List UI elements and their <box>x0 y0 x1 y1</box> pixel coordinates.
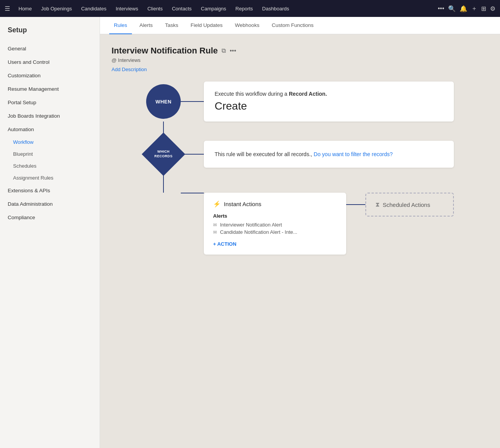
tab-tasks[interactable]: Tasks <box>160 17 183 34</box>
sidebar-item-portal-setup[interactable]: Portal Setup <box>0 96 100 109</box>
main-content: Rules Alerts Tasks Field Updates Webhook… <box>100 17 500 448</box>
instant-connector-h <box>181 193 204 193</box>
sidebar-title: Setup <box>0 26 100 42</box>
add-description-link[interactable]: Add Description <box>112 67 147 72</box>
apps-icon[interactable]: ⊞ <box>481 5 486 12</box>
tab-bar: Rules Alerts Tasks Field Updates Webhook… <box>100 17 500 34</box>
copy-icon[interactable]: ⧉ <box>222 47 226 54</box>
when-row: WHEN Execute this workflow during a Reco… <box>146 82 454 122</box>
email-icon-2: ✉ <box>213 230 217 235</box>
instant-actions-label: Instant Actions <box>224 201 262 207</box>
sidebar-item-general[interactable]: General <box>0 42 100 55</box>
sidebar-item-assignment-rules[interactable]: Assignment Rules <box>0 172 100 184</box>
alerts-label: Alerts <box>213 213 337 219</box>
alerts-section: Alerts ✉ Interviewer Notification Alert … <box>213 213 337 236</box>
sidebar-item-automation[interactable]: Automation <box>0 123 100 136</box>
tab-alerts[interactable]: Alerts <box>135 17 158 34</box>
notification-icon[interactable]: 🔔 <box>460 5 467 12</box>
add-icon[interactable]: ＋ <box>471 5 477 13</box>
sidebar-item-extensions-apis[interactable]: Extensions & APIs <box>0 184 100 197</box>
workflow-diagram: WHEN Execute this workflow during a Reco… <box>112 82 488 255</box>
sidebar-item-customization[interactable]: Customization <box>0 69 100 82</box>
tab-field-updates[interactable]: Field Updates <box>186 17 227 34</box>
v-connector-2 <box>146 172 454 193</box>
menu-icon[interactable]: ☰ <box>5 5 10 12</box>
alert-1-label[interactable]: Interviewer Notification Alert <box>220 222 282 228</box>
nav-candidates[interactable]: Candidates <box>77 3 110 14</box>
actions-row: ⚡ Instant Actions Alerts ✉ Interviewer N… <box>146 193 454 255</box>
nav-clients[interactable]: Clients <box>143 3 167 14</box>
which-card: This rule will be executed for all recor… <box>204 141 454 168</box>
nav-action-icons: ••• 🔍 🔔 ＋ ⊞ ⚙ <box>438 5 495 13</box>
v-connector-1 <box>146 122 454 137</box>
alert-item-2: ✉ Candidate Notification Alert - Inte... <box>213 228 337 236</box>
rule-title-row: Interview Notification Rule ⧉ ••• <box>112 46 488 56</box>
scheduled-connector-h <box>346 204 365 205</box>
sidebar-item-users-and-control[interactable]: Users and Control <box>0 55 100 69</box>
scheduled-card-header: ⧗ Scheduled Actions <box>375 201 444 208</box>
scheduled-actions-label: Scheduled Actions <box>383 202 430 208</box>
settings-icon[interactable]: ⚙ <box>490 5 495 12</box>
rule-module: @ Interviews <box>112 57 488 63</box>
which-node-label: WHICH RECORDS <box>154 150 172 158</box>
sidebar-item-compliance[interactable]: Compliance <box>0 211 100 224</box>
hourglass-icon: ⧗ <box>375 201 380 208</box>
instant-actions-card: ⚡ Instant Actions Alerts ✉ Interviewer N… <box>204 193 346 255</box>
which-card-text: This rule will be executed for all recor… <box>215 151 314 157</box>
sidebar-item-resume-management[interactable]: Resume Management <box>0 82 100 96</box>
when-connector-h <box>181 101 204 102</box>
alert-2-label[interactable]: Candidate Notification Alert - Inte... <box>220 229 297 235</box>
nav-campaigns[interactable]: Campaigns <box>197 3 230 14</box>
when-node: WHEN <box>146 84 181 119</box>
add-action-link[interactable]: + ACTION <box>213 241 337 247</box>
sidebar-item-workflow[interactable]: Workflow <box>0 136 100 148</box>
tab-rules[interactable]: Rules <box>109 17 132 34</box>
rule-header: Interview Notification Rule ⧉ ••• @ Inte… <box>112 46 488 72</box>
nav-dashboards[interactable]: Dashboards <box>258 3 293 14</box>
top-nav: ☰ Home Job Openings Candidates Interview… <box>0 0 500 17</box>
nav-contacts[interactable]: Contacts <box>168 3 195 14</box>
sidebar-item-blueprint[interactable]: Blueprint <box>0 148 100 160</box>
which-row: WHICH RECORDS This rule will be executed… <box>146 137 454 172</box>
alert-item-1: ✉ Interviewer Notification Alert <box>213 221 337 228</box>
when-card-action: Create <box>215 100 443 112</box>
which-node: WHICH RECORDS <box>142 132 185 176</box>
nav-reports[interactable]: Reports <box>232 3 257 14</box>
nav-interviews[interactable]: Interviews <box>112 3 142 14</box>
scheduled-actions-card: ⧗ Scheduled Actions <box>365 193 454 217</box>
nav-job-openings[interactable]: Job Openings <box>37 3 76 14</box>
when-card: Execute this workflow during a Record Ac… <box>204 82 454 122</box>
content-area: Interview Notification Rule ⧉ ••• @ Inte… <box>100 34 500 448</box>
sidebar-item-schedules[interactable]: Schedules <box>0 160 100 172</box>
email-icon-1: ✉ <box>213 222 217 228</box>
search-icon[interactable]: 🔍 <box>448 5 456 12</box>
nav-home[interactable]: Home <box>15 3 36 14</box>
main-layout: Setup General Users and Control Customiz… <box>0 17 500 448</box>
which-node-wrapper: WHICH RECORDS <box>146 137 181 172</box>
more-nav-icon[interactable]: ••• <box>438 5 444 12</box>
more-options-icon[interactable]: ••• <box>230 47 236 54</box>
lightning-icon: ⚡ <box>213 200 221 208</box>
sidebar: Setup General Users and Control Customiz… <box>0 17 100 448</box>
rule-title: Interview Notification Rule <box>112 46 218 56</box>
tab-custom-functions[interactable]: Custom Functions <box>267 17 318 34</box>
when-card-bold: Record Action. <box>289 91 327 97</box>
filter-records-link[interactable]: Do you want to filter the records? <box>314 151 393 157</box>
sidebar-item-job-boards[interactable]: Job Boards Integration <box>0 109 100 123</box>
instant-card-header: ⚡ Instant Actions <box>213 200 337 208</box>
when-card-subtitle: Execute this workflow during a Record Ac… <box>215 91 443 97</box>
tab-webhooks[interactable]: Webhooks <box>230 17 264 34</box>
sidebar-item-data-admin[interactable]: Data Administration <box>0 197 100 211</box>
